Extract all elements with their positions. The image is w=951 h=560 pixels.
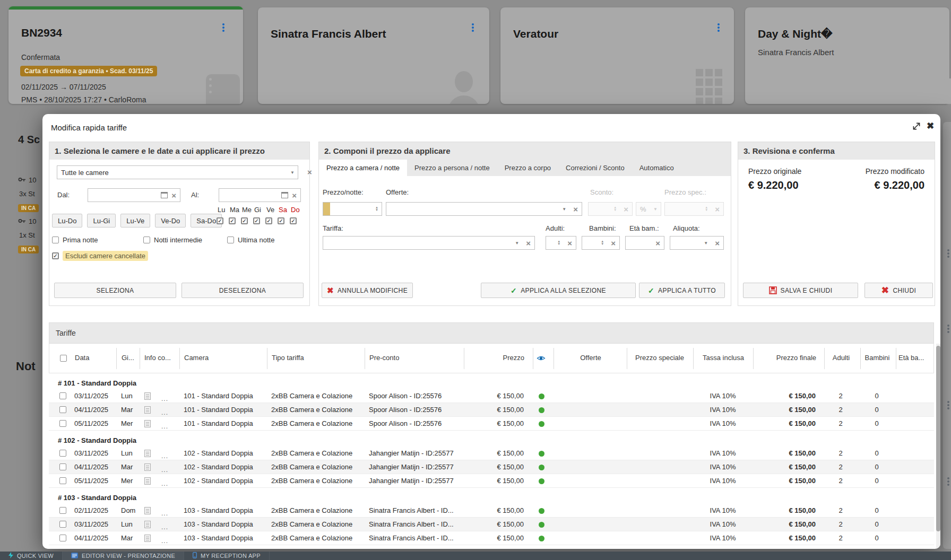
weekday-checkbox-checked[interactable] bbox=[278, 217, 284, 224]
option-notti-intermedie[interactable]: Notti intermedie bbox=[143, 236, 202, 244]
eye-icon[interactable] bbox=[537, 354, 546, 364]
guest-card-sinatra[interactable]: Sinatra Francis Albert bbox=[258, 7, 489, 104]
info-note-icon[interactable] bbox=[144, 535, 151, 542]
row-checkbox[interactable] bbox=[59, 507, 66, 514]
taskbar-item-my-reception-app[interactable]: MY RECEPTION APP bbox=[184, 552, 270, 560]
checkbox[interactable] bbox=[227, 237, 234, 243]
select-all-checkbox[interactable] bbox=[60, 355, 67, 362]
chiudi-button[interactable]: ✖ CHIUDI bbox=[864, 283, 933, 298]
tab-prezzo-a-corpo[interactable]: Prezzo a corpo bbox=[497, 160, 558, 176]
reservation-card-bn2934[interactable]: BN2934 Confermata Carta di credito a gar… bbox=[8, 6, 243, 104]
offerte-select[interactable]: ▼ × bbox=[386, 202, 582, 216]
calendar-icon[interactable] bbox=[281, 192, 288, 198]
adulti-clear-icon[interactable]: × bbox=[567, 239, 572, 247]
rooms-clear-icon[interactable]: × bbox=[307, 168, 312, 176]
table-row[interactable]: 03/11/2025Lun101 - Standard Doppia2xBB C… bbox=[49, 389, 934, 403]
info-note-icon[interactable] bbox=[144, 392, 151, 400]
date-to-input[interactable]: × bbox=[219, 188, 301, 202]
spinner-icon[interactable]: ▲▼ bbox=[557, 240, 560, 246]
weekday-checkbox-checked[interactable] bbox=[290, 217, 297, 224]
aliquota-select[interactable]: ▼ × bbox=[670, 236, 724, 250]
tab-prezzo-a-persona-notte[interactable]: Prezzo a persona / notte bbox=[407, 160, 497, 176]
table-row[interactable]: 03/11/2025Lun102 - Standard Doppia2xBB C… bbox=[49, 447, 934, 460]
option-prima-notte[interactable]: Prima notte bbox=[52, 236, 98, 244]
date-from-clear-icon[interactable]: × bbox=[171, 191, 176, 199]
option-escludi-cancellate[interactable]: Escludi camere cancellate bbox=[52, 251, 148, 261]
weekday-checkbox-checked[interactable] bbox=[265, 217, 272, 224]
row-checkbox[interactable] bbox=[59, 406, 66, 413]
table-row[interactable]: 02/11/2025Dom103 - Standard Doppia2xBB C… bbox=[49, 504, 934, 518]
kebab-menu-icon[interactable] bbox=[220, 22, 227, 33]
quick-range-button[interactable]: Lu-Do bbox=[52, 214, 82, 228]
tariffa-clear-icon[interactable]: × bbox=[526, 239, 531, 247]
scrollbar-thumb[interactable] bbox=[936, 346, 940, 531]
row-checkbox[interactable] bbox=[59, 392, 66, 399]
table-row[interactable]: 04/11/2025Mar101 - Standard Doppia2xBB C… bbox=[49, 403, 934, 417]
info-note-icon[interactable] bbox=[144, 521, 151, 528]
date-from-input[interactable]: × bbox=[88, 188, 180, 202]
rooms-select[interactable]: Tutte le camere ▼ bbox=[57, 165, 298, 179]
row-checkbox[interactable] bbox=[59, 477, 66, 484]
row-checkbox[interactable] bbox=[59, 463, 66, 470]
weekday-checkbox-checked[interactable] bbox=[229, 217, 236, 224]
info-note-icon[interactable] bbox=[144, 406, 151, 414]
applica-selezione-button[interactable]: ✓ APPLICA ALLA SELEZIONE bbox=[481, 283, 636, 298]
seleziona-button[interactable]: SELEZIONA bbox=[54, 283, 176, 298]
salva-chiudi-button[interactable]: SALVA E CHIUDI bbox=[743, 283, 858, 298]
bambini-clear-icon[interactable]: × bbox=[611, 239, 616, 247]
checkbox-checked[interactable] bbox=[52, 252, 59, 259]
kebab-menu-icon[interactable] bbox=[469, 22, 477, 33]
taskbar-item-editor-view-prenotazione[interactable]: EDITOR VIEW - PRENOTAZIONE bbox=[63, 552, 184, 560]
table-row[interactable]: 05/11/2025Mer101 - Standard Doppia2xBB C… bbox=[49, 417, 934, 431]
weekday-checkbox-checked[interactable] bbox=[217, 217, 223, 224]
date-to-clear-icon[interactable]: × bbox=[292, 191, 297, 199]
company-card-veratour[interactable]: Veratour bbox=[500, 7, 734, 104]
kebab-menu-icon[interactable] bbox=[715, 22, 722, 33]
spinner-icon[interactable]: ▲▼ bbox=[375, 206, 378, 212]
tariffa-select[interactable]: ▼ × bbox=[323, 236, 535, 250]
table-row[interactable]: 04/11/2025Mar102 - Standard Doppia2xBB C… bbox=[49, 460, 934, 474]
row-checkbox[interactable] bbox=[59, 420, 66, 427]
applica-tutto-button[interactable]: ✓ APPLICA A TUTTO bbox=[639, 283, 725, 298]
quick-range-button[interactable]: Lu-Ve bbox=[120, 214, 150, 228]
checkbox[interactable] bbox=[52, 237, 59, 243]
quick-range-button[interactable]: Lu-Gi bbox=[87, 214, 116, 228]
weekday-checkbox-checked[interactable] bbox=[253, 217, 260, 224]
option-ultima-notte[interactable]: Ultima notte bbox=[227, 236, 274, 244]
chevron-down-icon[interactable]: ▼ bbox=[704, 241, 708, 246]
quick-range-button[interactable]: Ve-Do bbox=[155, 214, 186, 228]
row-checkbox[interactable] bbox=[59, 450, 66, 457]
property-card-daynight[interactable]: Day & Night� Sinatra Francis Albert bbox=[745, 7, 949, 104]
prezzo-notte-input[interactable]: ▲▼ bbox=[323, 202, 382, 216]
info-note-icon[interactable] bbox=[144, 450, 151, 457]
eta-bam-clear-icon[interactable]: × bbox=[655, 239, 660, 247]
tab-automatico[interactable]: Automatico bbox=[632, 160, 681, 176]
checkbox[interactable] bbox=[143, 237, 150, 243]
bambini-input[interactable]: ▲▼ × bbox=[582, 236, 620, 250]
row-checkbox[interactable] bbox=[59, 535, 66, 541]
table-scrollbar[interactable] bbox=[936, 344, 940, 549]
deseleziona-button[interactable]: DESELEZIONA bbox=[181, 283, 304, 298]
aliquota-clear-icon[interactable]: × bbox=[715, 239, 720, 247]
taskbar-item-quick-view[interactable]: QUICK VIEW bbox=[0, 552, 63, 560]
table-row[interactable]: 03/11/2025Lun103 - Standard Doppia2xBB C… bbox=[49, 518, 934, 531]
adulti-input[interactable]: ▲▼ × bbox=[546, 236, 576, 250]
row-checkbox[interactable] bbox=[59, 521, 66, 528]
offerte-clear-icon[interactable]: × bbox=[573, 205, 578, 213]
chevron-down-icon[interactable]: ▼ bbox=[562, 207, 566, 212]
chevron-down-icon[interactable]: ▼ bbox=[515, 241, 519, 246]
chevron-down-icon[interactable]: ▼ bbox=[290, 170, 295, 175]
info-note-icon[interactable] bbox=[144, 477, 151, 485]
table-row[interactable]: 04/11/2025Mar103 - Standard Doppia2xBB C… bbox=[49, 531, 934, 545]
close-icon[interactable]: ✖ bbox=[927, 120, 934, 132]
calendar-icon[interactable] bbox=[161, 192, 168, 198]
tab-correzioni-sconto[interactable]: Correzioni / Sconto bbox=[558, 160, 632, 176]
info-note-icon[interactable] bbox=[144, 507, 151, 514]
info-note-icon[interactable] bbox=[144, 463, 151, 471]
annulla-modifiche-button[interactable]: ✖ ANNULLA MODIFICHE bbox=[322, 283, 413, 298]
table-row[interactable]: 05/11/2025Mer102 - Standard Doppia2xBB C… bbox=[49, 474, 934, 488]
weekday-checkbox-checked[interactable] bbox=[241, 217, 248, 224]
tab-prezzo-a-camera-notte[interactable]: Prezzo a camera / notte bbox=[319, 160, 407, 176]
expand-icon[interactable] bbox=[912, 121, 921, 131]
eta-bam-input[interactable]: × bbox=[625, 236, 664, 250]
